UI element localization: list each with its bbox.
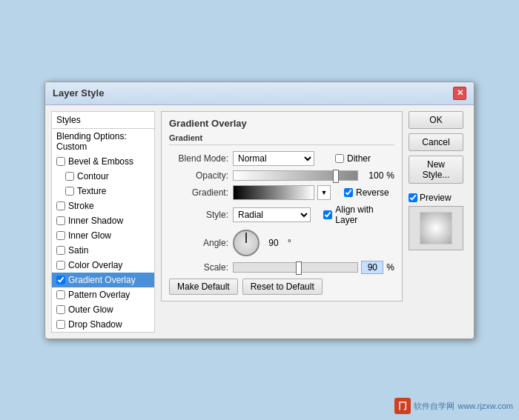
reverse-item: Reverse — [344, 187, 389, 198]
middle-panel: Gradient Overlay Gradient Blend Mode: No… — [161, 111, 403, 333]
gradient-bar[interactable] — [233, 185, 314, 200]
align-layer-item: Align with Layer — [323, 204, 394, 225]
style-control: Linear Radial Angle Reflected Diamond Al… — [233, 204, 394, 225]
drop-shadow-checkbox[interactable] — [56, 320, 65, 329]
stroke-label: Stroke — [68, 201, 94, 211]
left-list: Blending Options: Custom Bevel & Emboss … — [52, 129, 154, 332]
gradient-overlay-panel: Gradient Overlay Gradient Blend Mode: No… — [161, 111, 403, 301]
opacity-bar[interactable] — [233, 170, 358, 181]
satin-checkbox[interactable] — [56, 246, 65, 255]
gradient-overlay-checkbox[interactable] — [56, 276, 65, 284]
opacity-value: 100 — [361, 170, 383, 181]
sidebar-item-blending[interactable]: Blending Options: Custom — [52, 129, 154, 154]
sidebar-item-inner-glow[interactable]: Inner Glow — [52, 228, 154, 243]
button-row: Make Default Reset to Default — [169, 279, 394, 295]
preview-label: Preview — [420, 193, 452, 203]
opacity-thumb[interactable] — [333, 170, 339, 183]
inner-glow-label: Inner Glow — [68, 230, 111, 241]
angle-label: Angle: — [169, 238, 228, 248]
inner-shadow-checkbox[interactable] — [56, 216, 65, 225]
scale-thumb[interactable] — [296, 261, 302, 275]
reverse-label: Reverse — [356, 187, 389, 198]
sidebar-item-inner-shadow[interactable]: Inner Shadow — [52, 213, 154, 228]
sidebar-item-color-overlay[interactable]: Color Overlay — [52, 258, 154, 273]
gradient-control: ▼ Reverse — [233, 185, 394, 200]
stroke-checkbox[interactable] — [56, 201, 65, 210]
color-overlay-label: Color Overlay — [68, 260, 122, 270]
opacity-row: Opacity: 100 % — [169, 170, 394, 181]
outer-glow-checkbox[interactable] — [56, 305, 65, 314]
sidebar-item-gradient-overlay[interactable]: Gradient Overlay — [52, 273, 154, 287]
degree-symbol: ° — [288, 238, 291, 248]
reverse-checkbox[interactable] — [344, 188, 353, 197]
texture-checkbox[interactable] — [65, 187, 74, 196]
preview-checkbox[interactable] — [409, 193, 417, 202]
styles-header: Styles — [52, 112, 154, 129]
preview-label-row: Preview — [409, 193, 468, 203]
align-layer-label: Align with Layer — [335, 204, 394, 225]
preview-box — [409, 206, 463, 250]
scale-row: Scale: % — [169, 261, 394, 274]
sidebar-item-bevel[interactable]: Bevel & Emboss — [52, 154, 154, 169]
gradient-row: Gradient: ▼ Reverse — [169, 185, 394, 200]
angle-value: 90 — [262, 238, 285, 248]
scale-percent: % — [386, 262, 394, 273]
ok-button[interactable]: OK — [409, 111, 463, 129]
pattern-overlay-label: Pattern Overlay — [68, 290, 130, 300]
gradient-dropdown-btn[interactable]: ▼ — [317, 185, 331, 200]
preview-area: Preview — [409, 193, 468, 250]
sidebar-item-drop-shadow[interactable]: Drop Shadow — [52, 317, 154, 332]
watermark: 冂 软件自学网 www.rjzxw.com — [394, 398, 513, 414]
drop-shadow-label: Drop Shadow — [68, 319, 122, 330]
sidebar-item-contour[interactable]: Contour — [52, 169, 154, 184]
opacity-percent: % — [386, 170, 394, 181]
watermark-site: 软件自学网 — [414, 401, 454, 412]
sidebar-item-texture[interactable]: Texture — [52, 184, 154, 199]
opacity-control: 100 % — [233, 170, 394, 181]
dialog-body: Styles Blending Options: Custom Bevel & … — [45, 105, 474, 339]
blend-mode-select[interactable]: Normal Dissolve Multiply Screen Overlay — [233, 151, 314, 166]
color-overlay-checkbox[interactable] — [56, 261, 65, 270]
scale-value-input[interactable] — [361, 261, 383, 274]
section-title: Gradient Overlay — [169, 118, 394, 129]
gradient-label: Gradient: — [169, 187, 228, 198]
style-row: Style: Linear Radial Angle Reflected Dia… — [169, 204, 394, 225]
blend-mode-row: Blend Mode: Normal Dissolve Multiply Scr… — [169, 151, 394, 166]
title-bar: Layer Style ✕ — [45, 82, 474, 105]
pattern-overlay-checkbox[interactable] — [56, 290, 65, 299]
style-select[interactable]: Linear Radial Angle Reflected Diamond — [233, 207, 311, 222]
scale-label: Scale: — [169, 262, 228, 273]
bevel-checkbox[interactable] — [56, 157, 65, 166]
bevel-label: Bevel & Emboss — [68, 156, 133, 167]
cancel-button[interactable]: Cancel — [409, 133, 463, 151]
sidebar-item-stroke[interactable]: Stroke — [52, 199, 154, 213]
satin-label: Satin — [68, 245, 88, 256]
align-layer-checkbox[interactable] — [323, 210, 332, 219]
inner-glow-checkbox[interactable] — [56, 231, 65, 240]
angle-dial[interactable] — [233, 230, 260, 256]
contour-checkbox[interactable] — [65, 172, 74, 181]
dialog-title: Layer Style — [53, 87, 104, 99]
make-default-button[interactable]: Make Default — [169, 279, 238, 295]
sidebar-item-pattern-overlay[interactable]: Pattern Overlay — [52, 287, 154, 302]
blend-mode-control: Normal Dissolve Multiply Screen Overlay … — [233, 151, 394, 166]
blend-mode-label: Blend Mode: — [169, 153, 228, 164]
blending-label: Blending Options: Custom — [56, 131, 150, 152]
dither-label: Dither — [347, 153, 371, 164]
sidebar-item-outer-glow[interactable]: Outer Glow — [52, 302, 154, 317]
new-style-button[interactable]: New Style... — [409, 156, 463, 184]
gradient-overlay-label: Gradient Overlay — [68, 275, 136, 285]
opacity-label: Opacity: — [169, 170, 228, 181]
close-button[interactable]: ✕ — [453, 87, 466, 100]
sidebar-item-satin[interactable]: Satin — [52, 243, 154, 258]
style-label: Style: — [169, 210, 228, 220]
sub-title: Gradient — [169, 133, 394, 145]
angle-needle — [245, 233, 247, 243]
right-panel: OK Cancel New Style... Preview — [409, 111, 468, 333]
dither-checkbox[interactable] — [335, 154, 344, 163]
reset-default-button[interactable]: Reset to Default — [242, 279, 323, 295]
scale-bar[interactable] — [233, 262, 358, 273]
dither-item: Dither — [335, 153, 371, 164]
inner-shadow-label: Inner Shadow — [68, 216, 123, 226]
watermark-url: www.rjzxw.com — [457, 401, 513, 410]
